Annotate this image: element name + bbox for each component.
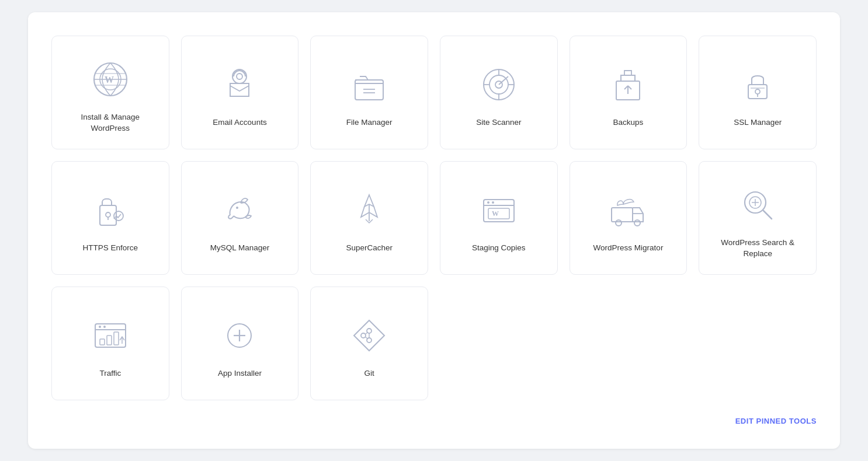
svg-rect-44 — [107, 336, 112, 345]
tool-app-installer[interactable]: App Installer — [181, 287, 299, 400]
backups-label: Backups — [613, 117, 644, 128]
svg-rect-31 — [612, 208, 633, 222]
edit-pinned-tools-link[interactable]: EDIT PINNED TOOLS — [735, 417, 817, 425]
traffic-icon — [87, 312, 134, 359]
tool-install-wordpress[interactable]: W Install & ManageWordPress — [51, 36, 169, 149]
tool-ssl-manager[interactable]: SSL Manager — [699, 36, 817, 149]
tool-git[interactable]: Git — [310, 287, 428, 400]
tools-grid: W Install & ManageWordPress Email Acc — [51, 36, 817, 400]
tool-site-scanner[interactable]: Site Scanner — [440, 36, 558, 149]
git-icon — [346, 312, 393, 359]
site-scanner-icon — [475, 61, 522, 108]
email-accounts-label: Email Accounts — [213, 117, 266, 128]
tool-traffic[interactable]: Traffic — [51, 287, 169, 400]
svg-text:W: W — [492, 209, 499, 218]
file-manager-icon — [346, 61, 393, 108]
tool-file-manager[interactable]: File Manager — [310, 36, 428, 149]
wordpress-migrator-icon — [605, 187, 651, 233]
https-enforce-label: HTTPS Enforce — [83, 243, 138, 254]
svg-point-32 — [616, 220, 622, 226]
svg-point-33 — [634, 220, 640, 226]
wordpress-search-replace-label: WordPress Search &Replace — [721, 238, 794, 260]
mysql-manager-icon — [216, 187, 263, 233]
wordpress-migrator-label: WordPress Migrator — [593, 243, 664, 254]
svg-point-28 — [492, 201, 494, 204]
tool-wordpress-search-replace[interactable]: WordPress Search &Replace — [699, 161, 817, 275]
staging-copies-label: Staging Copies — [472, 243, 526, 254]
ssl-manager-label: SSL Manager — [734, 117, 782, 128]
wordpress-search-replace-icon — [734, 181, 781, 228]
row-1: W Install & ManageWordPress Email Acc — [51, 36, 817, 149]
ssl-manager-icon — [734, 61, 781, 108]
tool-email-accounts[interactable]: Email Accounts — [181, 36, 299, 149]
supercacher-icon — [346, 187, 393, 233]
footer: EDIT PINNED TOOLS — [51, 417, 817, 425]
app-installer-icon — [216, 312, 263, 359]
tool-wordpress-migrator[interactable]: WordPress Migrator — [570, 161, 688, 275]
svg-line-36 — [763, 211, 772, 219]
svg-point-4 — [237, 74, 242, 79]
supercacher-label: SuperCacher — [346, 243, 393, 254]
mysql-manager-label: MySQL Manager — [210, 243, 270, 254]
tool-mysql-manager[interactable]: MySQL Manager — [181, 161, 299, 275]
main-container: W Install & ManageWordPress Email Acc — [28, 12, 840, 449]
app-installer-label: App Installer — [218, 368, 262, 379]
https-enforce-icon: ✓ — [87, 187, 134, 233]
tool-backups[interactable]: Backups — [570, 36, 688, 149]
install-wordpress-label: Install & ManageWordPress — [81, 112, 140, 134]
git-label: Git — [364, 368, 374, 379]
tool-supercacher[interactable]: SuperCacher — [310, 161, 428, 275]
tool-staging-copies[interactable]: W Staging Copies — [440, 161, 558, 275]
svg-point-3 — [232, 69, 246, 83]
svg-text:W: W — [105, 75, 114, 85]
row-2: ✓ HTTPS Enforce — [51, 161, 817, 275]
tool-https-enforce[interactable]: ✓ HTTPS Enforce — [51, 161, 169, 275]
email-accounts-icon — [216, 61, 263, 108]
staging-copies-icon: W — [475, 187, 522, 233]
site-scanner-label: Site Scanner — [476, 117, 521, 128]
svg-point-41 — [99, 326, 101, 328]
row-3: Traffic App Installer — [51, 287, 817, 400]
svg-point-27 — [487, 201, 489, 204]
svg-point-24 — [236, 207, 238, 209]
svg-point-42 — [103, 326, 106, 328]
file-manager-label: File Manager — [346, 117, 393, 128]
backups-icon — [605, 61, 651, 108]
svg-rect-45 — [114, 332, 119, 345]
traffic-label: Traffic — [99, 368, 121, 379]
svg-point-20 — [106, 212, 110, 217]
svg-point-16 — [755, 89, 760, 94]
install-wordpress-icon: W — [87, 56, 134, 103]
svg-rect-43 — [100, 339, 105, 345]
